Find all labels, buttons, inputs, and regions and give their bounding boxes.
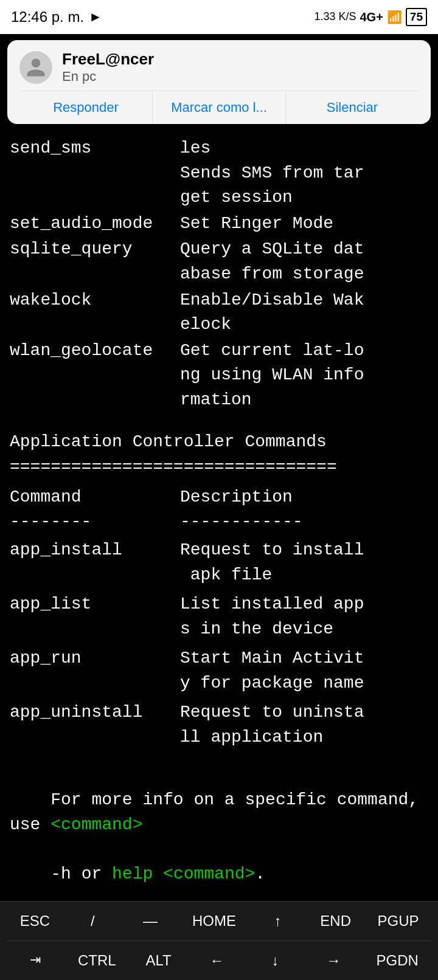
notification-actions: Responder Marcar como l... Silenciar xyxy=(19,91,419,124)
app-commands-table: app_install Request to install apk file … xyxy=(10,538,428,750)
key-pgup[interactable]: PGUP xyxy=(375,908,421,934)
cmd-send-sms: send_sms xyxy=(10,136,180,210)
column-headers: Command Description xyxy=(10,485,428,510)
table-row: sqlite_query Query a SQLite database fro… xyxy=(10,237,428,286)
help-cmd-highlight: <command> xyxy=(50,815,142,834)
signal-bars-icon: 📶 xyxy=(387,10,402,24)
key-right[interactable]: → xyxy=(316,947,352,974)
keyboard-row-1: ESC / — HOME ↑ END PGUP xyxy=(0,902,438,940)
key-esc[interactable]: ESC xyxy=(16,908,53,934)
table-row: wakelock Enable/Disable Wakelock xyxy=(10,288,428,337)
desc-app-uninstall: Request to uninstall application xyxy=(180,700,428,750)
desc-wlan: Get current lat-long using WLAN informat… xyxy=(180,339,428,413)
key-ctrl[interactable]: CTRL xyxy=(75,947,119,974)
table-row: set_audio_mode Set Ringer Mode xyxy=(10,212,428,236)
help-period: . xyxy=(255,864,265,883)
desc-app-run: Start Main Activity for package name xyxy=(180,646,428,695)
cmd-column-header: Command xyxy=(10,485,180,510)
mute-button[interactable]: Silenciar xyxy=(286,91,419,124)
key-alt[interactable]: ALT xyxy=(141,947,177,974)
key-home[interactable]: HOME xyxy=(190,908,238,934)
help-info-line: For more info on a specific command, use… xyxy=(10,764,428,912)
table-row: wlan_geolocate Get current lat-long usin… xyxy=(10,339,428,413)
cmd-app-uninstall: app_uninstall xyxy=(10,700,180,750)
section-separator: ================================ xyxy=(10,455,428,480)
person-icon xyxy=(25,57,47,78)
keyboard-row-2: ⇥ CTRL ALT ← ↓ → PGDN xyxy=(0,941,438,980)
key-dash[interactable]: — xyxy=(132,908,169,934)
status-time: 12:46 p. m. ► xyxy=(11,9,102,26)
desc-divider: ------------ xyxy=(180,509,428,534)
reply-button[interactable]: Responder xyxy=(19,91,153,124)
table-row: app_list List installed apps in the devi… xyxy=(10,592,428,641)
key-end[interactable]: END xyxy=(318,908,354,934)
desc-wakelock: Enable/Disable Wakelock xyxy=(180,288,428,337)
keyboard: ESC / — HOME ↑ END PGUP ⇥ CTRL ALT ← ↓ →… xyxy=(0,901,438,980)
cmd-wakelock: wakelock xyxy=(10,288,180,337)
key-down[interactable]: ↓ xyxy=(257,947,294,974)
battery-indicator: 75 xyxy=(406,8,427,26)
status-bar: 12:46 p. m. ► 1.33 K/S 4G+ 📶 75 xyxy=(0,0,438,34)
table-row: app_uninstall Request to uninstall appli… xyxy=(10,700,428,750)
avatar xyxy=(19,51,52,84)
notification-info: FreeL@ncer En pc xyxy=(62,50,154,85)
help-text2: -h or xyxy=(50,864,112,883)
desc-send-sms: lesSends SMS from target session xyxy=(180,136,428,210)
desc-set-audio: Set Ringer Mode xyxy=(180,212,428,236)
status-icons: 1.33 K/S 4G+ 📶 75 xyxy=(314,8,427,26)
cmd-app-list: app_list xyxy=(10,592,180,641)
table-row: app_run Start Main Activity for package … xyxy=(10,646,428,695)
cmd-app-install: app_install xyxy=(10,538,180,587)
location-icon: ► xyxy=(89,9,102,25)
sender-status: En pc xyxy=(62,69,154,85)
signal-strength-text: 1.33 K/S xyxy=(314,10,356,24)
notification-card: FreeL@ncer En pc Responder Marcar como l… xyxy=(7,40,431,124)
desc-app-list: List installed apps in the device xyxy=(180,592,428,641)
table-row: send_sms lesSends SMS from target sessio… xyxy=(10,136,428,210)
cmd-set-audio: set_audio_mode xyxy=(10,212,180,236)
help-cmd2-highlight: help <command> xyxy=(112,864,255,883)
key-slash[interactable]: / xyxy=(74,908,111,934)
prev-commands-table: send_sms lesSends SMS from target sessio… xyxy=(10,136,428,413)
section-title: Application Controller Commands xyxy=(10,430,428,455)
cmd-app-run: app_run xyxy=(10,646,180,695)
network-type: 4G+ xyxy=(360,10,383,24)
desc-app-install: Request to install apk file xyxy=(180,538,428,587)
key-left[interactable]: ← xyxy=(199,947,235,974)
cmd-wlan: wlan_geolocate xyxy=(10,339,180,413)
terminal: send_sms lesSends SMS from target sessio… xyxy=(0,130,438,980)
key-tab[interactable]: ⇥ xyxy=(17,947,54,974)
mark-read-button[interactable]: Marcar como l... xyxy=(153,91,286,124)
desc-sqlite: Query a SQLite database from storage xyxy=(180,237,428,286)
key-up[interactable]: ↑ xyxy=(260,908,296,934)
cmd-divider: -------- xyxy=(10,509,180,534)
notification-header: FreeL@ncer En pc xyxy=(19,50,419,85)
sender-name: FreeL@ncer xyxy=(62,50,154,69)
desc-column-header: Description xyxy=(180,485,428,510)
table-row: app_install Request to install apk file xyxy=(10,538,428,587)
cmd-sqlite: sqlite_query xyxy=(10,237,180,286)
key-pgdn[interactable]: PGDN xyxy=(374,947,421,974)
column-dividers: -------- ------------ xyxy=(10,509,428,534)
